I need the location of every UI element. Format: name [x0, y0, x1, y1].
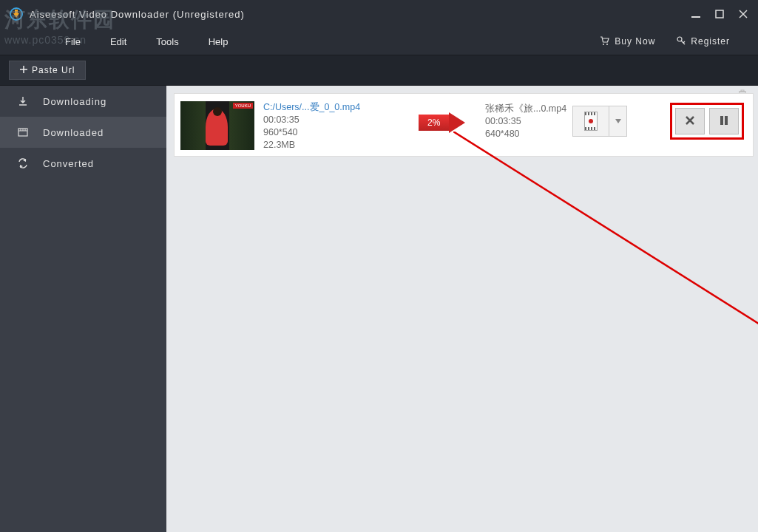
app-logo-icon: [9, 7, 24, 21]
svg-point-8: [606, 44, 608, 45]
source-info: C:/Users/...爱_0_0.mp4 00:03:35 960*540 2…: [263, 101, 360, 151]
progress-indicator: 2%: [419, 115, 449, 131]
format-button[interactable]: [572, 106, 609, 137]
film-format-icon: [584, 112, 598, 131]
sidebar: Downloading Downloaded Converted: [0, 86, 166, 532]
sidebar-item-downloaded[interactable]: Downloaded: [0, 117, 166, 148]
register-link[interactable]: Register: [666, 35, 740, 48]
svg-rect-1: [15, 10, 18, 13]
menu-edit[interactable]: Edit: [95, 36, 141, 47]
plus-icon: [20, 65, 27, 75]
close-button[interactable]: [737, 8, 749, 20]
x-icon: [684, 115, 696, 129]
minimize-button[interactable]: [690, 8, 702, 20]
svg-marker-2: [13, 13, 19, 18]
maximize-button[interactable]: [714, 8, 725, 20]
sidebar-item-downloading[interactable]: Downloading: [0, 86, 166, 117]
convert-icon: [16, 157, 30, 170]
svg-line-29: [453, 132, 758, 383]
svg-rect-27: [720, 116, 723, 125]
svg-rect-28: [725, 116, 728, 125]
sidebar-item-converted[interactable]: Converted: [0, 148, 166, 179]
pause-icon: [719, 115, 729, 129]
target-info: 张稀禾《旅...0.mp4 00:03:35 640*480: [485, 103, 566, 140]
film-icon: [16, 126, 30, 139]
target-name: 张稀禾《旅...0.mp4: [485, 103, 566, 115]
menu-file[interactable]: File: [18, 36, 95, 47]
download-item-row[interactable]: YOUKU C:/Users/...爱_0_0.mp4 00:03:35 960…: [174, 93, 754, 157]
menubar: File Edit Tools Help Buy Now Register: [0, 28, 758, 55]
source-duration: 00:03:35: [263, 114, 360, 126]
format-dropdown-caret[interactable]: [609, 106, 627, 137]
cancel-button[interactable]: [675, 108, 705, 134]
pause-button[interactable]: [709, 108, 739, 134]
source-resolution: 960*540: [263, 126, 360, 139]
toolbar: Paste Url: [0, 55, 758, 86]
source-badge: YOUKU: [233, 103, 253, 109]
target-resolution: 640*480: [485, 128, 566, 140]
annotation-arrow: [453, 132, 758, 398]
format-selector[interactable]: [572, 106, 627, 137]
paste-url-button[interactable]: Paste Url: [9, 61, 86, 80]
svg-marker-24: [615, 119, 621, 123]
content-area: YOUKU C:/Users/...爱_0_0.mp4 00:03:35 960…: [166, 86, 758, 532]
source-size: 22.3MB: [263, 139, 360, 151]
menu-help[interactable]: Help: [194, 36, 243, 47]
svg-point-7: [603, 44, 604, 45]
buy-now-link[interactable]: Buy Now: [589, 35, 666, 48]
titlebar: Aiseesoft Video Downloader (Unregistered…: [0, 0, 758, 28]
source-path: C:/Users/...爱_0_0.mp4: [263, 101, 360, 114]
control-group-highlighted: [670, 103, 744, 140]
svg-rect-23: [741, 90, 744, 92]
window-title: Aiseesoft Video Downloader (Unregistered…: [30, 9, 690, 20]
target-duration: 00:03:35: [485, 115, 566, 128]
key-icon: [676, 35, 686, 48]
svg-rect-3: [691, 16, 700, 18]
video-thumbnail: YOUKU: [180, 101, 254, 150]
download-icon: [16, 95, 30, 108]
svg-rect-4: [716, 10, 723, 18]
svg-line-11: [683, 41, 685, 43]
cart-icon: [600, 35, 610, 48]
menu-tools[interactable]: Tools: [141, 36, 193, 47]
